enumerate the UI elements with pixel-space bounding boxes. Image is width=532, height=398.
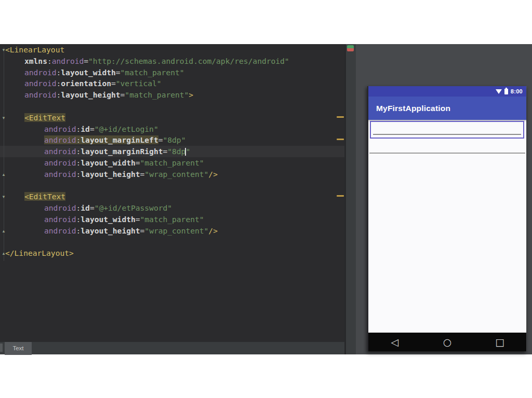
- home-icon: ○: [421, 333, 473, 351]
- code-line[interactable]: <EditText: [0, 191, 344, 202]
- wifi-icon: [496, 89, 502, 94]
- fold-collapse-icon[interactable]: ▾: [1, 47, 7, 53]
- edittext-underline: [373, 134, 521, 135]
- android-studio-window: <LinearLayoutxmlns:android="http://schem…: [0, 44, 532, 354]
- fold-collapse-icon[interactable]: ▾: [1, 115, 7, 121]
- occurrence-marker[interactable]: [337, 195, 344, 197]
- edittext-etpassword[interactable]: [369, 153, 525, 154]
- code-line[interactable]: android:layout_marginLeft="8dp": [0, 134, 344, 146]
- code-line[interactable]: android:layout_height="wrap_content"/>: [0, 225, 344, 237]
- code-area[interactable]: <LinearLayoutxmlns:android="http://schem…: [0, 44, 344, 341]
- code-line[interactable]: <EditText: [0, 112, 344, 123]
- tab-strip-sliver: [0, 344, 3, 352]
- preview-gutter-strip: [346, 44, 356, 354]
- code-line[interactable]: android:id="@+id/etLogin": [0, 123, 344, 135]
- device-app-bar: MyFirstApplication: [368, 97, 526, 120]
- recents-icon: □: [474, 333, 526, 351]
- fold-expand-icon[interactable]: ▴: [1, 171, 7, 177]
- fold-collapse-icon[interactable]: ▾: [1, 194, 7, 200]
- editor-gutter: ▾▾▴▾▴▴: [0, 44, 7, 341]
- code-line[interactable]: android:id="@+id/etPassword": [0, 202, 344, 214]
- code-line[interactable]: android:layout_width="match_parent": [0, 157, 344, 169]
- editor-tab-strip: Text: [0, 341, 344, 354]
- code-line[interactable]: [0, 237, 344, 248]
- code-line[interactable]: xmlns:android="http://schemas.android.co…: [0, 56, 344, 67]
- fold-expand-icon[interactable]: ▴: [1, 228, 7, 234]
- code-line[interactable]: android:layout_width="match_parent": [0, 67, 344, 78]
- editor-scrollbar[interactable]: [336, 44, 344, 341]
- code-line[interactable]: android:orientation="vertical": [0, 78, 344, 89]
- battery-icon: [504, 89, 508, 94]
- code-line[interactable]: android:layout_marginRight="8dp": [0, 146, 344, 157]
- code-line[interactable]: </LinearLayout>: [0, 248, 344, 259]
- code-line[interactable]: android:layout_height="wrap_content"/>: [0, 169, 344, 180]
- fold-expand-icon[interactable]: ▴: [1, 250, 7, 256]
- edittext-etlogin[interactable]: [370, 121, 524, 139]
- device-screen[interactable]: [368, 120, 526, 333]
- code-line[interactable]: [0, 101, 344, 112]
- tab-text-label: Text: [12, 345, 23, 351]
- code-line[interactable]: android:layout_width="match_parent": [0, 214, 344, 225]
- layout-preview-panel: 8:00 MyFirstApplication ◁ ○ □: [344, 44, 532, 354]
- palette-icon: [347, 45, 354, 51]
- back-icon: ◁: [368, 333, 421, 351]
- code-line[interactable]: android:layout_height="match_parent">: [0, 89, 344, 101]
- device-nav-bar: ◁ ○ □: [368, 333, 526, 351]
- device-status-bar: 8:00: [368, 86, 526, 97]
- occurrence-marker[interactable]: [337, 139, 344, 140]
- code-line[interactable]: <LinearLayout: [0, 44, 344, 56]
- code-line[interactable]: [0, 180, 344, 191]
- xml-code-editor[interactable]: <LinearLayoutxmlns:android="http://schem…: [0, 44, 344, 341]
- device-preview-frame[interactable]: 8:00 MyFirstApplication ◁ ○ □: [367, 86, 526, 351]
- tab-text[interactable]: Text: [5, 342, 32, 355]
- status-time: 8:00: [511, 88, 523, 94]
- app-title: MyFirstApplication: [376, 104, 450, 113]
- occurrence-marker[interactable]: [337, 116, 344, 118]
